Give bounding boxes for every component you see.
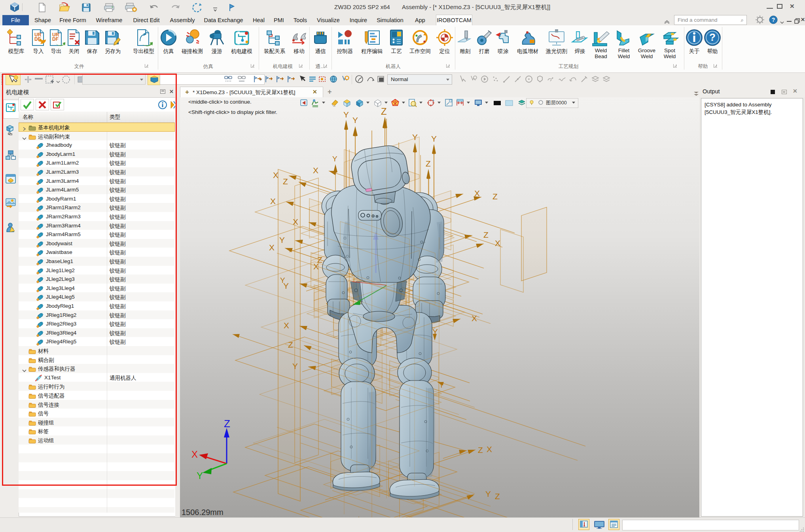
svg-text:Y: Y [332, 155, 337, 163]
svg-text:Y: Y [343, 110, 349, 119]
svg-text:Z: Z [495, 492, 500, 501]
svg-text:X: X [269, 243, 275, 252]
svg-text:?: ? [772, 17, 775, 23]
svg-text:Y: Y [412, 133, 418, 142]
svg-text:Y: Y [439, 381, 444, 389]
svg-text:Y: Y [485, 489, 491, 498]
svg-text:Z: Z [483, 230, 489, 239]
svg-text:Y: Y [352, 115, 358, 125]
svg-text:Z: Z [426, 159, 431, 168]
svg-text:Y: Y [432, 327, 438, 336]
svg-text:X: X [273, 170, 278, 180]
svg-text:X: X [495, 239, 500, 248]
svg-text:X: X [487, 445, 492, 454]
svg-text:Z: Z [492, 192, 498, 201]
svg-text:Y: Y [431, 134, 437, 143]
svg-text:Z: Z [224, 418, 230, 430]
svg-text:X: X [270, 197, 276, 206]
svg-text:Y: Y [292, 362, 298, 371]
svg-text:X: X [293, 217, 298, 226]
svg-text:1506.29mm: 1506.29mm [182, 508, 224, 517]
svg-text:DF: DF [52, 36, 59, 42]
svg-text:Y: Y [279, 235, 285, 244]
svg-text:Z: Z [283, 177, 288, 186]
svg-text:X: X [284, 321, 289, 330]
svg-text:Y: Y [283, 281, 289, 290]
svg-text:X: X [313, 166, 318, 175]
svg-text:Z: Z [478, 445, 483, 454]
svg-text:X: X [191, 449, 198, 460]
svg-text:?: ? [709, 31, 716, 43]
svg-text:Y: Y [197, 470, 203, 481]
svg-text:Z: Z [288, 340, 293, 349]
